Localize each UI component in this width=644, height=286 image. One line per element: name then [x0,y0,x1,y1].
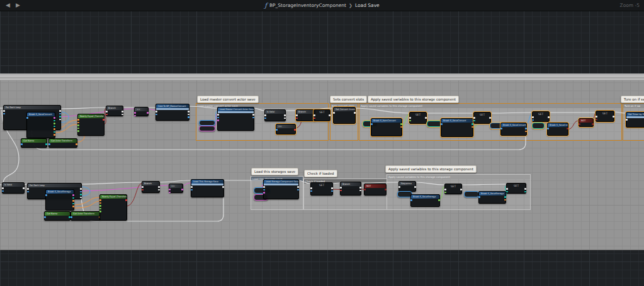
input-pin[interactable] [99,199,101,201]
output-pin[interactable] [613,116,614,118]
output-pin[interactable] [72,197,74,199]
output-pin[interactable] [297,189,299,191]
blueprint-node[interactable]: Cast To BP_MasterConvert [155,104,189,121]
input-pin[interactable] [579,123,580,125]
input-pin[interactable] [410,199,412,201]
output-pin[interactable] [331,190,333,192]
input-pin[interactable] [371,123,373,125]
blueprint-node[interactable]: Break S_SaveConvert [441,118,473,137]
input-pin[interactable] [2,187,4,189]
output-pin[interactable] [297,186,299,188]
blueprint-node[interactable]: Is Valid [2,182,25,194]
blueprint-node[interactable]: == [169,184,183,193]
input-pin[interactable] [21,143,23,145]
input-pin[interactable] [263,189,265,191]
output-pin[interactable] [400,123,402,125]
input-pin[interactable] [506,188,508,190]
output-pin[interactable] [438,199,440,201]
output-pin[interactable] [54,120,55,122]
output-pin[interactable] [284,118,286,119]
output-pin[interactable] [354,112,356,114]
output-pin[interactable] [592,123,594,125]
input-pin[interactable] [134,115,136,117]
output-pin[interactable] [59,116,61,118]
blueprint-node[interactable]: Break S_SaveConvert [500,123,527,136]
output-pin[interactable] [103,119,105,121]
input-pin[interactable] [276,129,278,131]
input-pin[interactable] [333,112,335,114]
blueprint-node[interactable]: NOT [579,118,594,127]
output-pin[interactable] [72,194,74,196]
input-pin[interactable] [217,119,219,121]
blueprint-node[interactable]: == [134,107,149,116]
blueprint-node[interactable]: Nearly Equal (Transform) [77,114,105,136]
input-pin[interactable] [99,208,101,210]
output-pin[interactable] [524,188,526,190]
input-pin[interactable] [473,117,475,119]
input-pin[interactable] [626,119,628,121]
blueprint-node[interactable]: SET [314,109,330,121]
blueprint-node[interactable]: Storage Save [464,191,479,197]
output-pin[interactable] [54,134,55,136]
blueprint-node[interactable]: Break S_SaveConvert [547,123,568,136]
input-pin[interactable] [99,211,101,212]
input-pin[interactable] [106,111,108,113]
output-pin[interactable] [121,114,123,116]
input-pin[interactable] [596,116,597,118]
input-pin[interactable] [310,187,312,189]
input-pin[interactable] [191,186,193,188]
output-pin[interactable] [72,203,74,205]
input-pin[interactable] [169,189,171,190]
input-pin[interactable] [296,118,298,119]
output-pin[interactable] [329,114,330,116]
output-pin[interactable] [59,119,61,121]
input-pin[interactable] [532,116,534,118]
output-pin[interactable] [425,117,427,119]
blueprint-node[interactable]: Branch [340,182,361,195]
output-pin[interactable] [567,128,568,129]
forward-arrow-icon[interactable]: ▶ [16,0,20,11]
blueprint-node[interactable]: Load Storage Component Save [263,179,299,199]
input-pin[interactable] [217,114,219,116]
output-pin[interactable] [181,189,183,190]
input-pin[interactable] [444,189,446,190]
output-pin[interactable] [188,116,189,118]
output-pin[interactable] [472,126,473,128]
output-pin[interactable] [76,143,77,145]
output-pin[interactable] [548,116,550,118]
output-pin[interactable] [331,187,333,189]
input-pin[interactable] [99,202,101,204]
input-pin[interactable] [2,190,4,192]
blueprint-node[interactable]: Nearly Equal (Transform) [99,194,127,221]
output-pin[interactable] [252,114,254,116]
input-pin[interactable] [500,128,502,129]
output-pin[interactable] [45,143,47,145]
input-pin[interactable] [26,117,28,119]
input-pin[interactable] [409,117,411,119]
blueprint-node[interactable]: Slots [532,123,545,129]
input-pin[interactable] [264,118,266,119]
blueprint-node[interactable]: Get Actor Transform [48,138,77,148]
output-pin[interactable] [414,186,416,188]
output-pin[interactable] [54,123,55,124]
input-pin[interactable] [155,114,157,116]
blueprint-node[interactable]: SET [310,182,333,195]
input-pin[interactable] [596,119,597,121]
input-pin[interactable] [340,190,342,192]
input-pin[interactable] [547,128,549,129]
output-pin[interactable] [504,196,506,198]
input-pin[interactable] [441,123,443,125]
output-pin[interactable] [294,129,296,131]
input-pin[interactable] [142,186,144,188]
blueprint-node[interactable]: SET [596,111,614,122]
input-pin[interactable] [48,143,50,145]
blueprint-node[interactable]: Load This Storage Save [191,179,224,197]
output-pin[interactable] [400,126,402,128]
input-pin[interactable] [263,186,265,188]
input-pin[interactable] [506,191,508,193]
output-pin[interactable] [222,186,224,188]
output-pin[interactable] [72,200,74,202]
output-pin[interactable] [147,112,149,114]
blueprint-node[interactable]: SET [532,111,550,122]
input-pin[interactable] [473,120,475,122]
